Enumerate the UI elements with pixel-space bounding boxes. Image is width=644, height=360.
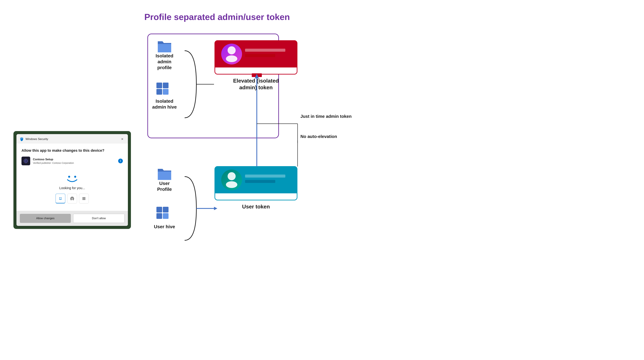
- svg-rect-4: [26, 162, 26, 163]
- svg-point-16: [84, 198, 86, 199]
- svg-text:No auto-elevation: No auto-elevation: [300, 134, 337, 139]
- app-name: Contoso Setup: [33, 158, 116, 161]
- svg-rect-53: [245, 174, 285, 178]
- svg-rect-46: [156, 213, 162, 219]
- biometric-section: Looking for you...: [22, 170, 123, 208]
- svg-point-10: [61, 198, 62, 198]
- svg-point-52: [226, 181, 237, 188]
- profile-diagram: Isolated admin profile Isolated admin hi…: [144, 30, 547, 279]
- fingerprint-icon: [70, 196, 74, 201]
- svg-rect-25: [163, 82, 168, 88]
- svg-rect-55: [215, 193, 297, 200]
- face-auth-icon: [58, 196, 63, 200]
- svg-text:profile: profile: [157, 65, 172, 70]
- svg-rect-44: [156, 207, 162, 212]
- pin-auth-button[interactable]: [79, 194, 89, 204]
- uac-titlebar: Windows Security ✕: [16, 134, 128, 143]
- uac-app-info: Contoso Setup Verified publisher: Contos…: [22, 156, 123, 165]
- svg-text:User: User: [159, 181, 170, 186]
- shield-icon: [20, 137, 24, 141]
- svg-rect-54: [245, 180, 275, 183]
- pin-icon: [82, 196, 86, 201]
- svg-point-14: [82, 198, 84, 199]
- svg-point-19: [84, 199, 86, 200]
- app-icon: [22, 156, 30, 165]
- svg-text:admin) token: admin) token: [239, 84, 272, 90]
- info-icon[interactable]: i: [118, 158, 123, 163]
- app-details: Contoso Setup Verified publisher: Contos…: [33, 158, 116, 164]
- svg-point-9: [60, 198, 60, 198]
- svg-rect-34: [245, 49, 285, 52]
- close-button[interactable]: ✕: [120, 136, 125, 142]
- face-recognition-icon: [66, 173, 79, 184]
- dont-allow-button[interactable]: Don't allow: [73, 214, 124, 223]
- svg-rect-21: [158, 44, 171, 52]
- titlebar-left: Windows Security: [20, 137, 48, 141]
- svg-point-7: [68, 176, 70, 178]
- uac-footer: Allow changes Don't allow: [16, 211, 128, 226]
- diagram-panel: Profile separated admin/user token Isola…: [144, 10, 630, 350]
- svg-point-8: [74, 176, 76, 178]
- svg-rect-27: [163, 89, 168, 95]
- uac-title: Windows Security: [26, 138, 48, 141]
- uac-body: Allow this app to make changes to this d…: [16, 143, 128, 211]
- svg-text:User token: User token: [242, 204, 270, 210]
- svg-point-15: [84, 198, 84, 199]
- svg-text:admin hive: admin hive: [152, 104, 177, 110]
- app-publisher: Verified publisher: Contoso Corporation: [33, 162, 116, 164]
- svg-point-17: [82, 199, 84, 200]
- svg-rect-6: [27, 161, 28, 161]
- fingerprint-auth-button[interactable]: [67, 194, 77, 204]
- auth-options: [56, 194, 89, 204]
- svg-point-12: [84, 197, 84, 198]
- svg-rect-5: [24, 161, 24, 161]
- svg-text:User hive: User hive: [154, 224, 175, 229]
- svg-rect-26: [156, 89, 162, 95]
- svg-marker-60: [214, 207, 217, 210]
- svg-point-18: [84, 199, 84, 200]
- svg-point-33: [226, 56, 237, 62]
- svg-text:admin: admin: [158, 59, 171, 64]
- svg-rect-3: [26, 159, 26, 160]
- svg-point-13: [84, 197, 86, 198]
- allow-changes-button[interactable]: Allow changes: [20, 214, 71, 223]
- diagram-title: Profile separated admin/user token: [144, 12, 290, 22]
- admin-profile-label: Isolated: [156, 53, 174, 58]
- svg-text:Profile: Profile: [157, 187, 172, 192]
- svg-rect-35: [245, 54, 275, 57]
- svg-text:Just in time admin token: Just in time admin token: [300, 114, 352, 119]
- looking-text: Looking for you...: [59, 186, 85, 190]
- uac-wrapper: Windows Security ✕ Allow this app to mak…: [14, 131, 131, 229]
- svg-point-2: [25, 160, 26, 162]
- svg-rect-45: [163, 207, 168, 212]
- svg-rect-47: [163, 213, 168, 219]
- svg-rect-24: [156, 82, 162, 88]
- svg-point-32: [228, 46, 236, 54]
- face-auth-button[interactable]: [56, 194, 65, 204]
- svg-text:Isolated: Isolated: [156, 98, 174, 104]
- svg-point-11: [82, 197, 84, 198]
- uac-question: Allow this app to make changes to this d…: [22, 148, 123, 153]
- svg-point-51: [228, 172, 236, 180]
- contoso-icon: [23, 158, 29, 164]
- svg-rect-41: [158, 172, 171, 180]
- uac-dialog: Windows Security ✕ Allow this app to mak…: [16, 134, 128, 226]
- svg-text:Elevated (isolated: Elevated (isolated: [233, 78, 279, 84]
